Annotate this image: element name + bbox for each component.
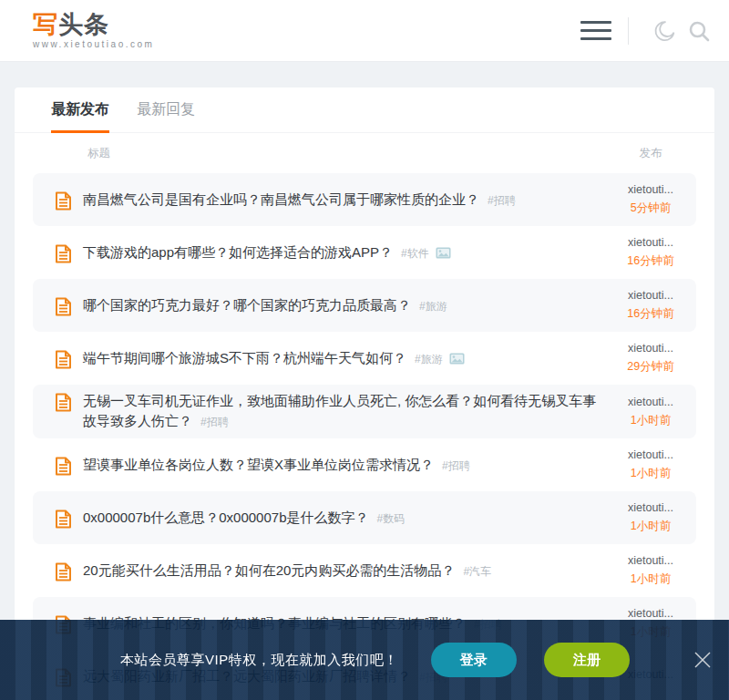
close-icon: [693, 650, 713, 670]
article-title[interactable]: 望谟事业单位各岗位人数？望谟X事业单位岗位需求情况？#招聘: [83, 455, 470, 476]
article-time: 1小时前: [605, 519, 696, 534]
article-title[interactable]: 0x000007b什么意思？0x000007b是什么数字？#数码: [83, 508, 405, 529]
article-row-main: 南昌燃气公司是国有企业吗？南昌燃气公司属于哪家性质的企业？#招聘: [55, 190, 598, 211]
moon-icon: [652, 19, 676, 43]
article-title[interactable]: 南昌燃气公司是国有企业吗？南昌燃气公司属于哪家性质的企业？#招聘: [83, 190, 516, 211]
article-time: 1小时前: [605, 413, 696, 428]
article-row-main: 无锡一叉车司机无证作业，致地面辅助作业人员死亡, 你怎么看？如何看待无锡叉车事故…: [55, 391, 598, 432]
article-row-main: 下载游戏的app有哪些？如何选择适合的游戏APP？#软件: [55, 242, 598, 263]
site-logo-text: 写头条: [33, 13, 154, 37]
article-publish-info: xietouti... 29分钟前: [605, 342, 696, 375]
column-header-title: 标题: [87, 146, 605, 161]
image-attachment-icon: [436, 247, 451, 259]
logo-accent-char: 写: [33, 11, 58, 38]
site-logo[interactable]: 写头条 www.xietoutiao.com: [33, 13, 154, 49]
article-time: 5分钟前: [605, 201, 696, 216]
article-row[interactable]: 无锡一叉车司机无证作业，致地面辅助作业人员死亡, 你怎么看？如何看待无锡叉车事故…: [33, 385, 696, 438]
header-actions: [580, 17, 713, 45]
article-author: xietouti...: [605, 289, 696, 302]
login-button[interactable]: 登录: [431, 643, 517, 677]
list-column-headers: 标题 发布: [15, 133, 714, 173]
document-icon: [55, 510, 72, 529]
article-time: 1小时前: [605, 466, 696, 481]
article-row[interactable]: 0x000007b什么意思？0x000007b是什么数字？#数码 xietout…: [33, 491, 696, 544]
logo-rest-chars: 头条: [58, 11, 109, 38]
document-icon: [55, 244, 72, 263]
article-title[interactable]: 20元能买什么生活用品？如何在20元内购买必需的生活物品？#汽车: [83, 561, 491, 582]
article-time: 29分钟前: [605, 359, 696, 375]
document-icon: [55, 457, 72, 476]
article-row-main: 端午节期间哪个旅游城S不下雨？杭州端午天气如何？#旅游: [55, 348, 598, 369]
document-icon: [55, 562, 72, 582]
document-icon: [55, 350, 72, 369]
tab-latest-replies[interactable]: 最新回复: [137, 88, 195, 132]
article-author: xietouti...: [605, 236, 696, 249]
article-author: xietouti...: [605, 448, 696, 461]
document-icon: [55, 297, 72, 316]
article-row-main: 哪个国家的巧克力最好？哪个国家的巧克力品质最高？#旅游: [55, 295, 598, 316]
header-divider: [628, 17, 629, 45]
document-icon: [55, 191, 72, 211]
tab-bar: 最新发布最新回复: [15, 88, 714, 133]
article-row-main: 0x000007b什么意思？0x000007b是什么数字？#数码: [55, 508, 598, 529]
article-author: xietouti...: [605, 501, 696, 514]
dark-mode-button[interactable]: [651, 17, 678, 45]
vip-promo-banner: 本站会员尊享VIP特权，现在就加入我们吧！ 登录 注册: [0, 620, 729, 700]
tab-latest-posts[interactable]: 最新发布: [51, 88, 109, 132]
content-card: 最新发布最新回复 标题 发布 南昌燃气公司是国有企业吗？南昌燃气公司属于哪家性质…: [15, 88, 714, 700]
article-row[interactable]: 哪个国家的巧克力最好？哪个国家的巧克力品质最高？#旅游 xietouti... …: [33, 279, 696, 332]
article-row-main: 20元能买什么生活用品？如何在20元内购买必需的生活物品？#汽车: [55, 561, 598, 582]
banner-close-button[interactable]: [693, 650, 713, 670]
article-publish-info: xietouti... 1小时前: [605, 501, 696, 534]
menu-icon[interactable]: [580, 17, 611, 44]
article-publish-info: xietouti... 16分钟前: [605, 289, 696, 322]
article-tag[interactable]: #招聘: [442, 459, 470, 472]
article-publish-info: xietouti... 1小时前: [605, 554, 696, 587]
article-title[interactable]: 端午节期间哪个旅游城S不下雨？杭州端午天气如何？#旅游: [83, 348, 465, 369]
article-title[interactable]: 无锡一叉车司机无证作业，致地面辅助作业人员死亡, 你怎么看？如何看待无锡叉车事故…: [83, 391, 598, 432]
article-time: 16分钟前: [605, 306, 696, 322]
logo-domain-text: www.xietoutiao.com: [33, 40, 154, 49]
article-author: xietouti...: [605, 554, 696, 567]
register-button[interactable]: 注册: [544, 643, 630, 677]
article-row[interactable]: 20元能买什么生活用品？如何在20元内购买必需的生活物品？#汽车 xietout…: [33, 544, 696, 597]
article-publish-info: xietouti... 5分钟前: [605, 183, 696, 216]
article-tag[interactable]: #数码: [376, 512, 405, 525]
article-tag[interactable]: #旅游: [419, 300, 447, 313]
column-header-publish: 发布: [605, 146, 696, 161]
article-row[interactable]: 下载游戏的app有哪些？如何选择适合的游戏APP？#软件 xietouti...…: [33, 226, 696, 279]
top-navigation-bar: 写头条 www.xietoutiao.com: [0, 0, 729, 62]
article-tag[interactable]: #汽车: [463, 565, 491, 578]
article-title[interactable]: 下载游戏的app有哪些？如何选择适合的游戏APP？#软件: [83, 242, 451, 263]
vip-promo-message: 本站会员尊享VIP特权，现在就加入我们吧！: [120, 652, 398, 669]
article-time: 16分钟前: [605, 253, 696, 269]
article-row[interactable]: 望谟事业单位各岗位人数？望谟X事业单位岗位需求情况？#招聘 xietouti..…: [33, 438, 696, 491]
article-publish-info: xietouti... 1小时前: [605, 448, 696, 481]
article-tag[interactable]: #旅游: [415, 353, 443, 365]
search-icon: [687, 19, 711, 43]
article-time: 1小时前: [605, 571, 696, 587]
article-author: xietouti...: [605, 607, 696, 620]
article-row-main: 望谟事业单位各岗位人数？望谟X事业单位岗位需求情况？#招聘: [55, 455, 598, 476]
article-publish-info: xietouti... 16分钟前: [605, 236, 696, 269]
article-author: xietouti...: [605, 396, 696, 408]
article-publish-info: xietouti... 1小时前: [605, 396, 696, 428]
image-attachment-icon: [449, 353, 465, 365]
article-author: xietouti...: [605, 183, 696, 196]
article-title[interactable]: 哪个国家的巧克力最好？哪个国家的巧克力品质最高？#旅游: [83, 295, 447, 316]
article-tag[interactable]: #软件: [401, 247, 429, 260]
article-tag[interactable]: #招聘: [488, 194, 516, 207]
article-row[interactable]: 端午节期间哪个旅游城S不下雨？杭州端午天气如何？#旅游 xietouti... …: [33, 332, 696, 385]
article-row[interactable]: 南昌燃气公司是国有企业吗？南昌燃气公司属于哪家性质的企业？#招聘 xietout…: [33, 173, 696, 226]
document-icon: [55, 393, 72, 412]
article-tag[interactable]: #招聘: [200, 416, 229, 428]
search-button[interactable]: [685, 17, 713, 45]
article-author: xietouti...: [605, 342, 696, 355]
